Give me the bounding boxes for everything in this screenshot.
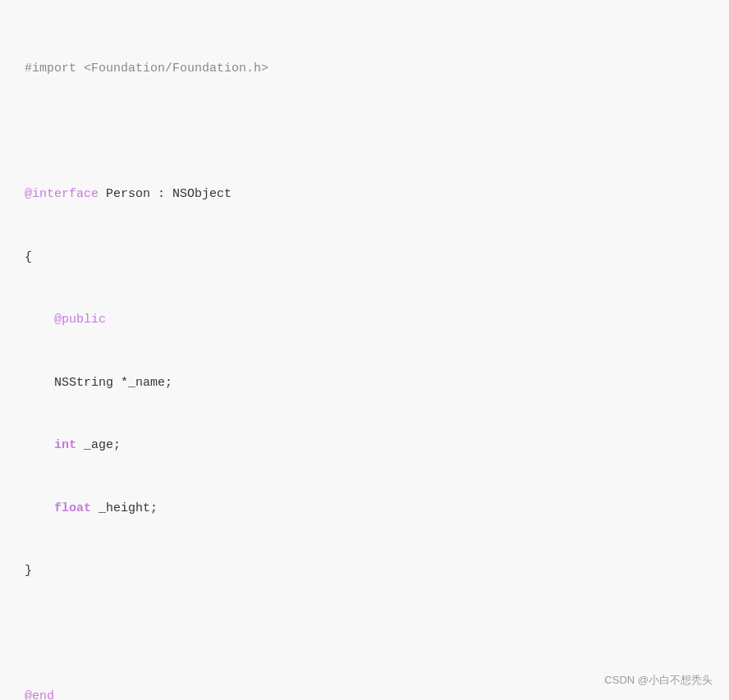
code-line-5: @public (25, 309, 704, 331)
code-editor: #import <Foundation/Foundation.h> @inter… (0, 0, 729, 700)
code-line-1: #import <Foundation/Foundation.h> (25, 58, 704, 80)
code-line-10 (25, 624, 704, 645)
code-line-6: NSString *_name; (25, 373, 704, 394)
code-line-2 (25, 121, 704, 143)
code-line-11: @end (25, 686, 704, 700)
code-line-8: float _height; (25, 498, 704, 519)
code-line-7: int _age; (25, 435, 704, 456)
code-line-9: } (25, 560, 704, 582)
code-line-3: @interface Person : NSObject (25, 184, 704, 205)
code-content: #import <Foundation/Foundation.h> @inter… (25, 16, 704, 700)
watermark: CSDN @小白不想秃头 (604, 673, 713, 688)
code-line-4: { (25, 247, 704, 268)
